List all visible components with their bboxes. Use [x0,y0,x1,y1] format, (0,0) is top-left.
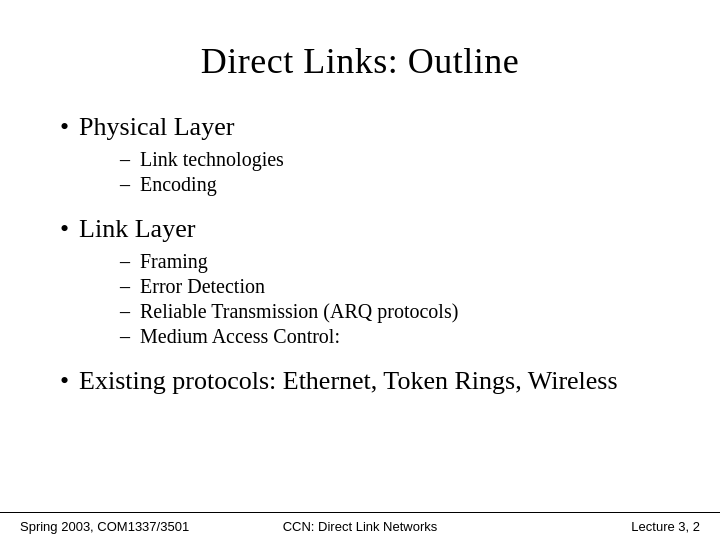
dash-icon: – [120,173,132,196]
list-item: – Reliable Transmission (ARQ protocols) [120,300,660,323]
slide-title: Direct Links: Outline [60,40,660,82]
link-layer-label: Link Layer [79,214,195,244]
subitem-label: Reliable Transmission (ARQ protocols) [140,300,458,323]
subitem-label: Framing [140,250,208,273]
dash-icon: – [120,148,132,171]
bullet-dot-3: • [60,366,69,396]
slide: Direct Links: Outline • Physical Layer –… [0,0,720,540]
footer-left: Spring 2003, COM1337/3501 [20,519,247,534]
bullet-dot-2: • [60,214,69,244]
list-item: – Medium Access Control: [120,325,660,348]
footer-center: CCN: Direct Link Networks [247,519,474,534]
list-item: – Framing [120,250,660,273]
bullet-dot-1: • [60,112,69,142]
section-existing-protocols: • Existing protocols: Ethernet, Token Ri… [60,366,660,402]
dash-icon: – [120,300,132,323]
section-physical-layer: • Physical Layer – Link technologies – E… [60,112,660,196]
bullet-link-layer: • Link Layer [60,214,660,244]
slide-footer: Spring 2003, COM1337/3501 CCN: Direct Li… [0,512,720,540]
dash-icon: – [120,250,132,273]
bullet-existing-protocols: • Existing protocols: Ethernet, Token Ri… [60,366,660,396]
dash-icon: – [120,325,132,348]
subitem-label: Encoding [140,173,217,196]
list-item: – Link technologies [120,148,660,171]
bullet-physical-layer: • Physical Layer [60,112,660,142]
list-item: – Encoding [120,173,660,196]
subitem-label: Medium Access Control: [140,325,340,348]
physical-layer-label: Physical Layer [79,112,234,142]
subitem-label: Error Detection [140,275,265,298]
list-item: – Error Detection [120,275,660,298]
subitem-label: Link technologies [140,148,284,171]
section-link-layer: • Link Layer – Framing – Error Detection… [60,214,660,348]
existing-protocols-label: Existing protocols: Ethernet, Token Ring… [79,366,618,396]
dash-icon: – [120,275,132,298]
physical-layer-subitems: – Link technologies – Encoding [120,148,660,196]
footer-right: Lecture 3, 2 [473,519,700,534]
link-layer-subitems: – Framing – Error Detection – Reliable T… [120,250,660,348]
